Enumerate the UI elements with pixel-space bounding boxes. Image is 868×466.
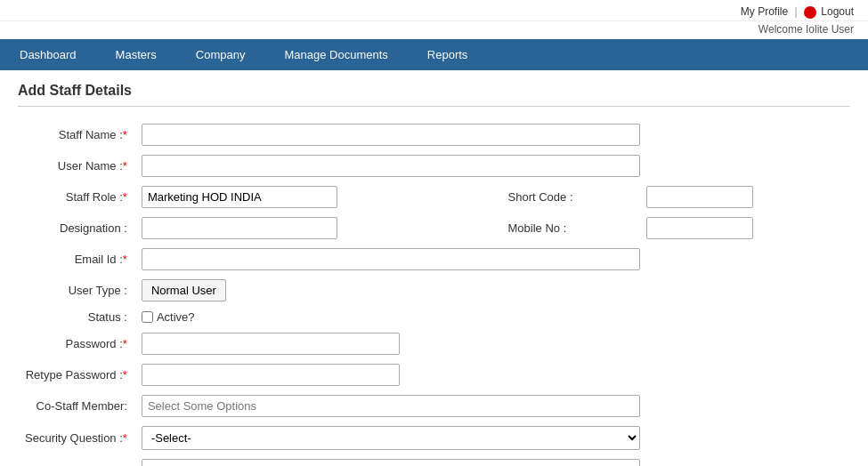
separator: | (794, 5, 797, 18)
co-staff-label: Co-Staff Member: (18, 390, 134, 422)
nav-manage-documents[interactable]: Manage Documents (264, 39, 407, 70)
nav-masters[interactable]: Masters (96, 39, 176, 70)
status-active-checkbox[interactable] (142, 311, 153, 323)
co-staff-input[interactable] (142, 395, 640, 417)
short-code-label: Short Code : (501, 181, 639, 213)
page-title: Add Staff Details (18, 83, 850, 107)
staff-name-label: Staff Name :* (18, 119, 134, 150)
user-type-button[interactable]: Normal User (142, 279, 226, 301)
welcome-text: Welcome Iolite User (758, 23, 854, 36)
mobile-no-input[interactable] (646, 217, 753, 239)
logout-link[interactable]: Logout (821, 5, 854, 18)
status-label: Status : (18, 306, 134, 328)
page-content: Add Staff Details Staff Name :* User Nam… (0, 70, 868, 466)
user-name-input[interactable] (142, 155, 640, 177)
email-id-label: Email Id :* (18, 244, 134, 275)
retype-password-label: Retype Password :* (18, 359, 134, 390)
security-question-label: Security Question :* (18, 422, 134, 454)
welcome-bar: Welcome Iolite User (0, 21, 868, 39)
logout-icon (804, 6, 816, 19)
user-type-label: User Type : (18, 275, 134, 306)
staff-name-input[interactable] (142, 124, 640, 146)
status-active-text: Active? (157, 310, 195, 324)
main-nav: Dashboard Masters Company Manage Documen… (0, 39, 868, 70)
designation-input[interactable] (142, 217, 337, 239)
password-label: Password :* (18, 328, 134, 359)
designation-label: Designation : (18, 213, 134, 244)
email-id-input[interactable] (142, 248, 640, 270)
password-input[interactable] (142, 333, 400, 355)
status-active-label[interactable]: Active? (142, 310, 843, 324)
staff-role-label: Staff Role :* (18, 181, 134, 213)
user-name-label: User Name :* (18, 150, 134, 181)
mobile-no-label: Mobile No : (501, 213, 639, 244)
nav-dashboard[interactable]: Dashboard (0, 39, 96, 70)
security-question-select[interactable]: -Select- (142, 426, 640, 450)
top-bar: My Profile | Logout (0, 0, 868, 21)
security-answer-input[interactable] (142, 459, 640, 466)
nav-reports[interactable]: Reports (408, 39, 488, 70)
staff-role-input[interactable] (142, 186, 337, 208)
retype-password-input[interactable] (142, 364, 400, 386)
nav-company[interactable]: Company (176, 39, 265, 70)
my-profile-link[interactable]: My Profile (741, 5, 788, 18)
add-staff-form: Staff Name :* User Name :* Staff Role :* (18, 119, 850, 466)
short-code-input[interactable] (646, 186, 753, 208)
security-answer-label: Security Answer :* (18, 454, 134, 466)
